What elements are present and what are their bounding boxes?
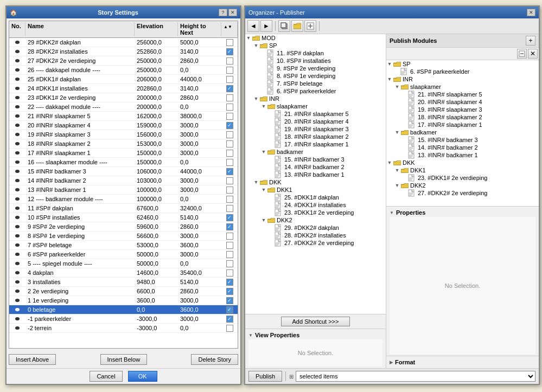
- tree-file-item[interactable]: 19. #INR# slaapkamer 3: [245, 125, 386, 133]
- tree-file-item[interactable]: 9. #SP# 2e verdieping: [245, 65, 386, 72]
- row-checkbox[interactable]: [221, 85, 238, 93]
- row-checkbox[interactable]: [221, 223, 238, 231]
- tree-folder-item[interactable]: ▼ SP: [386, 60, 539, 68]
- tree-folder-item[interactable]: ▼ DKK: [245, 178, 386, 186]
- help-button[interactable]: ?: [219, 9, 227, 16]
- row-checkbox[interactable]: [221, 103, 238, 111]
- row-checkbox[interactable]: [221, 195, 238, 203]
- tree-file-item[interactable]: 20. #INR# slaapkamer 4: [386, 98, 539, 106]
- right-expand-btn[interactable]: ✕: [528, 49, 538, 59]
- right-collapse-btn[interactable]: [517, 49, 527, 59]
- format-header[interactable]: ▶ Format: [390, 358, 535, 367]
- row-checkbox[interactable]: [221, 315, 238, 323]
- row-checkbox[interactable]: [221, 250, 238, 259]
- table-row[interactable]: 0 beletage 0,0 3600,0: [9, 305, 238, 314]
- table-row[interactable]: 3 installaties 9480,0 5140,0: [9, 278, 238, 287]
- toolbar-folder-btn[interactable]: [291, 20, 303, 32]
- tree-toggle[interactable]: ▼: [394, 182, 400, 189]
- tree-file-item[interactable]: 18. #INR# slaapkamer 2: [386, 113, 539, 121]
- tree-toggle[interactable]: ▼: [260, 187, 267, 193]
- add-shortcut-button[interactable]: Add Shortcut >>>: [281, 317, 350, 326]
- row-checkbox[interactable]: [221, 297, 238, 305]
- row-checkbox[interactable]: [221, 48, 238, 56]
- toolbar-back-btn[interactable]: ◄: [247, 20, 259, 32]
- right-tree[interactable]: ▼ SP 6. #SP# parkeerkelder▼ INR▼ slaapka…: [386, 60, 539, 206]
- table-row[interactable]: 20 #INR# slaapkamer 4 159000,0 3000,0: [9, 121, 238, 130]
- tree-file-item[interactable]: 10. #SP# installaties: [245, 57, 386, 65]
- tree-file-item[interactable]: 7. #SP# beletage: [245, 80, 386, 87]
- row-checkbox[interactable]: [221, 121, 238, 130]
- close-button[interactable]: ✕: [228, 9, 237, 16]
- tree-file-item[interactable]: 14. #INR# badkamer 2: [386, 144, 539, 151]
- toolbar-fwd-btn[interactable]: ►: [260, 20, 272, 32]
- table-row[interactable]: 24 #DKK1# installaties 202860,0 3140,0: [9, 84, 238, 93]
- tree-toggle[interactable]: ▼: [260, 149, 267, 155]
- tree-file-item[interactable]: 19. #INR# slaapkamer 3: [386, 106, 539, 113]
- story-table-body[interactable]: 29 #DKK2# dakplan 256000,0 5000,0 28 #DK…: [9, 38, 238, 348]
- table-row[interactable]: 19 #INR# slaapkamer 3 156000,0 3000,0: [9, 130, 238, 139]
- table-row[interactable]: 14 #INR# badkamer 2 103000,0 3000,0: [9, 176, 238, 185]
- tree-folder-item[interactable]: ▼ DKK: [386, 159, 539, 166]
- tree-file-item[interactable]: 13. #INR# badkamer 1: [386, 151, 539, 159]
- tree-file-item[interactable]: 24. #DKK1# installaties: [245, 201, 386, 209]
- row-checkbox[interactable]: [221, 149, 238, 157]
- table-row[interactable]: 8 #SP# 1e verdieping 56600,0 3000,0: [9, 232, 238, 241]
- tree-toggle[interactable]: ▼: [394, 129, 400, 136]
- row-checkbox[interactable]: [221, 66, 238, 74]
- tree-folder-item[interactable]: ▼ MOD: [245, 34, 386, 42]
- tree-file-item[interactable]: 27. #DKK2# 2e verdieping: [386, 189, 539, 197]
- row-checkbox[interactable]: [221, 269, 238, 277]
- table-row[interactable]: 17 #INR# slaapkamer 1 150000,0 3000,0: [9, 149, 238, 158]
- row-checkbox[interactable]: [221, 168, 238, 176]
- row-checkbox[interactable]: [221, 140, 238, 148]
- table-row[interactable]: 25 #DKK1# dakplan 206000,0 44000,0: [9, 75, 238, 84]
- row-checkbox[interactable]: [221, 204, 238, 213]
- cancel-button[interactable]: Cancel: [90, 371, 122, 382]
- right-panel-add-btn[interactable]: +: [526, 36, 535, 46]
- tree-toggle[interactable]: ▼: [253, 179, 259, 185]
- tree-file-item[interactable]: 17. #INR# slaapkamer 1: [245, 140, 386, 148]
- insert-below-button[interactable]: Insert Below: [100, 354, 148, 365]
- tree-folder-item[interactable]: ▼ badkamer: [245, 148, 386, 156]
- tree-toggle[interactable]: ▼: [253, 42, 259, 49]
- publish-button[interactable]: Publish: [248, 371, 282, 382]
- tree-folder-item[interactable]: ▼ slaapkamer: [245, 102, 386, 110]
- tree-file-item[interactable]: 6. #SP# parkeerkelder: [245, 87, 386, 95]
- tree-toggle[interactable]: ▼: [386, 76, 393, 82]
- tree-file-item[interactable]: 11. #SP# dakplan: [245, 49, 386, 57]
- tree-folder-item[interactable]: ▼ INR: [386, 75, 539, 83]
- selected-items-dropdown[interactable]: selected items: [296, 371, 535, 382]
- row-checkbox[interactable]: [221, 112, 238, 120]
- table-row[interactable]: 21 #INR# slaapkamer 5 162000,0 38000,0: [9, 112, 238, 121]
- row-checkbox[interactable]: [221, 186, 238, 194]
- tree-file-item[interactable]: 15. #INR# badkamer 3: [245, 156, 386, 163]
- tree-toggle[interactable]: ▼: [386, 61, 393, 67]
- tree-toggle[interactable]: ▼: [260, 103, 267, 110]
- tree-folder-item[interactable]: ▼ badkamer: [386, 128, 539, 136]
- table-row[interactable]: 11 #SP# dakplan 67600,0 32400,0: [9, 204, 238, 213]
- organizer-close-button[interactable]: ✕: [527, 9, 535, 16]
- tree-file-item[interactable]: 25. #DKK1# dakplan: [245, 194, 386, 201]
- left-tree[interactable]: ▼ MOD▼ SP 11. #SP# dakplan 10. #SP# inst…: [245, 34, 386, 314]
- tree-file-item[interactable]: 14. #INR# badkamer 2: [245, 163, 386, 171]
- tree-folder-item[interactable]: ▼ DKK2: [245, 216, 386, 224]
- tree-toggle[interactable]: ▼: [260, 217, 267, 223]
- row-checkbox[interactable]: [221, 75, 238, 83]
- table-row[interactable]: 4 dakplan 14600,0 35400,0: [9, 268, 238, 278]
- row-checkbox[interactable]: [221, 158, 238, 166]
- row-checkbox[interactable]: [221, 324, 238, 332]
- table-row[interactable]: -2 terrein -3000,0 0,0: [9, 324, 238, 333]
- row-checkbox[interactable]: [221, 177, 238, 185]
- row-checkbox[interactable]: [221, 278, 238, 286]
- tree-toggle[interactable]: ▼: [386, 159, 393, 166]
- table-row[interactable]: -1 parkeerkelder -3000,0 3000,0: [9, 314, 238, 324]
- tree-folder-item[interactable]: ▼ INR: [245, 95, 386, 102]
- table-row[interactable]: 2 2e verdieping 6600,0 2860,0: [9, 287, 238, 296]
- table-row[interactable]: 13 #INR# badkamer 1 100000,0 3000,0: [9, 185, 238, 195]
- insert-above-button[interactable]: Insert Above: [9, 354, 56, 365]
- tree-toggle[interactable]: ▼: [394, 83, 400, 90]
- tree-folder-item[interactable]: ▼ DKK1: [245, 186, 386, 194]
- row-checkbox[interactable]: [221, 306, 238, 314]
- row-checkbox[interactable]: [221, 131, 238, 139]
- table-row[interactable]: 27 #DKK2# 2e verdieping 250000,0 2860,0: [9, 56, 238, 66]
